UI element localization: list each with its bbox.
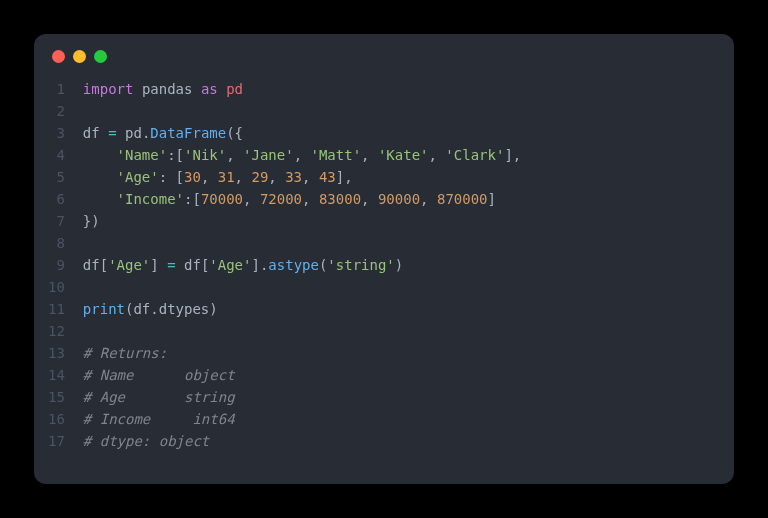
line-number: 5: [48, 166, 65, 188]
comma: ,: [302, 191, 319, 207]
variable: df[: [83, 257, 108, 273]
operator: =: [167, 257, 175, 273]
line-number: 12: [48, 320, 65, 342]
code-line: df['Age'] = df['Age'].astype('string'): [83, 254, 521, 276]
function-call: print: [83, 301, 125, 317]
code-line: [83, 276, 521, 298]
module-name: pandas: [142, 81, 193, 97]
dict-key: 'Age': [117, 169, 159, 185]
number-literal: 70000: [201, 191, 243, 207]
bracket: ({: [226, 125, 243, 141]
indent: [83, 169, 117, 185]
comma: ,: [361, 147, 378, 163]
code-content: import pandas as pd df = pd.DataFrame({ …: [83, 78, 521, 452]
bracket: ]: [488, 191, 496, 207]
comment-line: # Income int64: [83, 408, 521, 430]
line-number: 6: [48, 188, 65, 210]
line-number: 11: [48, 298, 65, 320]
method-call: astype: [268, 257, 319, 273]
indent: [83, 191, 117, 207]
comment-line: # Name object: [83, 364, 521, 386]
comma: ,: [302, 169, 319, 185]
number-literal: 30: [184, 169, 201, 185]
number-literal: 83000: [319, 191, 361, 207]
number-literal: 870000: [437, 191, 488, 207]
comma: ,: [294, 147, 311, 163]
line-number: 3: [48, 122, 65, 144]
line-number: 14: [48, 364, 65, 386]
code-line: df = pd.DataFrame({: [83, 122, 521, 144]
colon: :: [167, 147, 175, 163]
variable: df: [83, 125, 100, 141]
comma: ,: [201, 169, 218, 185]
string-literal: 'Age': [209, 257, 251, 273]
dict-key: 'Income': [117, 191, 184, 207]
line-number: 17: [48, 430, 65, 452]
line-number: 8: [48, 232, 65, 254]
bracket: ],: [504, 147, 521, 163]
comma: ,: [420, 191, 437, 207]
comment-line: # dtype: object: [83, 430, 521, 452]
line-number: 15: [48, 386, 65, 408]
line-number: 9: [48, 254, 65, 276]
function-call: DataFrame: [150, 125, 226, 141]
comma: ,: [243, 191, 260, 207]
window-titlebar: [34, 34, 734, 78]
number-literal: 29: [251, 169, 268, 185]
code-editor: 1234567891011121314151617 import pandas …: [34, 78, 734, 466]
minimize-icon[interactable]: [73, 50, 86, 63]
object: pd: [125, 125, 142, 141]
comma: ,: [226, 147, 243, 163]
bracket: [: [192, 191, 200, 207]
number-literal: 33: [285, 169, 302, 185]
paren: ): [395, 257, 403, 273]
keyword-as: as: [201, 81, 218, 97]
number-literal: 90000: [378, 191, 420, 207]
bracket: ].: [251, 257, 268, 273]
number-literal: 31: [218, 169, 235, 185]
comma: ,: [268, 169, 285, 185]
comma: ,: [361, 191, 378, 207]
indent: [83, 147, 117, 163]
code-line: [83, 232, 521, 254]
argument: (df.dtypes): [125, 301, 218, 317]
close-icon[interactable]: [52, 50, 65, 63]
line-number: 13: [48, 342, 65, 364]
string-literal: 'Age': [108, 257, 150, 273]
number-literal: 43: [319, 169, 336, 185]
bracket: ]: [150, 257, 167, 273]
keyword-import: import: [83, 81, 134, 97]
number-literal: 72000: [260, 191, 302, 207]
line-number-gutter: 1234567891011121314151617: [48, 78, 83, 452]
code-line: }): [83, 210, 521, 232]
string-literal: 'Jane': [243, 147, 294, 163]
comment-line: # Returns:: [83, 342, 521, 364]
variable: df[: [176, 257, 210, 273]
string-literal: 'Clark': [445, 147, 504, 163]
string-literal: 'Nik': [184, 147, 226, 163]
code-line: 'Name':['Nik', 'Jane', 'Matt', 'Kate', '…: [83, 144, 521, 166]
line-number: 10: [48, 276, 65, 298]
colon: :: [159, 169, 176, 185]
code-line: [83, 100, 521, 122]
string-literal: 'string': [327, 257, 394, 273]
code-line: 'Age': [30, 31, 29, 33, 43],: [83, 166, 521, 188]
dict-key: 'Name': [117, 147, 168, 163]
code-window: 1234567891011121314151617 import pandas …: [34, 34, 734, 484]
string-literal: 'Kate': [378, 147, 429, 163]
comma: ,: [429, 147, 446, 163]
maximize-icon[interactable]: [94, 50, 107, 63]
bracket: [: [176, 169, 184, 185]
string-literal: 'Matt': [310, 147, 361, 163]
operator: =: [100, 125, 125, 141]
line-number: 7: [48, 210, 65, 232]
module-alias: pd: [226, 81, 243, 97]
comment-line: # Age string: [83, 386, 521, 408]
bracket: ],: [336, 169, 353, 185]
code-line: print(df.dtypes): [83, 298, 521, 320]
line-number: 1: [48, 78, 65, 100]
line-number: 2: [48, 100, 65, 122]
comma: ,: [235, 169, 252, 185]
code-line: [83, 320, 521, 342]
bracket: }): [83, 213, 100, 229]
